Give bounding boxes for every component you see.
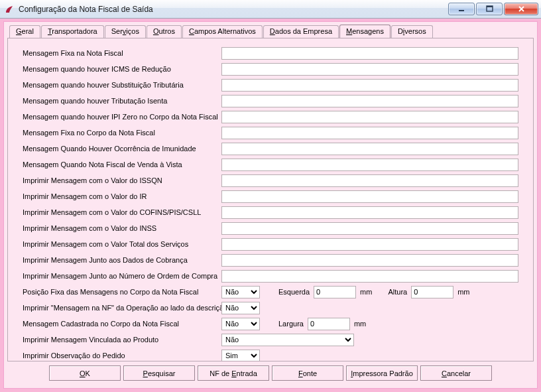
altura-input[interactable] (411, 286, 453, 298)
imprimir-msg-nf-oper-label: Imprimir "Mensagem na NF" da Operação ao… (23, 304, 221, 312)
msg-input-12[interactable] (221, 238, 518, 251)
esquerda-unit: mm (360, 288, 372, 296)
msg-label-3: Mensagem quando houver Tributação Isenta (23, 97, 221, 105)
form-row: Imprimir Mensagem Vinculada ao ProdutoSi… (23, 332, 518, 348)
form-row: Posição Fixa das Mensagens no Corpo da N… (23, 284, 518, 300)
msg-label-4: Mensagem quando houver IPI Zero no Corpo… (23, 113, 221, 121)
fonte-button[interactable]: Fonte (272, 365, 343, 381)
msg-input-14[interactable] (221, 270, 518, 283)
form-row: Mensagem Fixa no Corpo da Nota Fiscal (23, 125, 518, 141)
msg-input-11[interactable] (221, 222, 518, 235)
msg-label-10: Imprimir Mensagem com o Valor do COFINS/… (23, 208, 221, 216)
form-row: Imprimir Observação do PedidoSimNão (23, 348, 518, 361)
form-row: Mensagem quando houver IPI Zero no Corpo… (23, 109, 518, 125)
msg-label-13: Imprimir Mensagem Junto aos Dados de Cob… (23, 256, 221, 264)
svg-rect-2 (487, 6, 493, 7)
msg-label-14: Imprimir Mensagem Junto ao Número de Ord… (23, 272, 221, 280)
largura-input[interactable] (308, 318, 350, 330)
msg-label-5: Mensagem Fixa no Corpo da Nota Fiscal (23, 129, 221, 137)
msg-label-12: Imprimir Mensagem com o Valor Total dos … (23, 240, 221, 248)
imprimir-obs-pedido-label: Imprimir Observação do Pedido (23, 352, 221, 359)
tab-2[interactable]: Serviços (105, 25, 146, 38)
form-row: Imprimir Mensagem Junto aos Dados de Cob… (23, 252, 518, 268)
msg-label-0: Mensagem Fixa na Nota Fiscal (23, 49, 221, 57)
nf-entrada-button[interactable]: NF de Entrada (198, 365, 269, 381)
minimize-button[interactable] (448, 3, 475, 15)
msg-label-7: Mensagem Quando Nota Fiscal de Venda à V… (23, 161, 221, 168)
posicao-fixa-select[interactable]: SimNão (221, 286, 260, 298)
tabs: GeralTransportadoraServiçosOutrosCampos … (9, 25, 434, 38)
window-title: Configuração da Nota Fiscal de Saída (19, 5, 448, 14)
form-row: Imprimir Mensagem com o Valor do INSS (23, 220, 518, 236)
maximize-button[interactable] (476, 3, 503, 15)
form-row: Imprimir Mensagem com o Valor do IR (23, 188, 518, 204)
msg-input-6[interactable] (221, 143, 518, 155)
form-row: Imprimir Mensagem com o Valor do COFINS/… (23, 204, 518, 220)
msg-cadastrada-corpo-select[interactable]: SimNão (221, 318, 260, 330)
pesquisar-button[interactable]: Pesquisar (123, 365, 195, 381)
tab-0[interactable]: Geral (9, 25, 40, 38)
form-row: Imprimir Mensagem com o Valor Total dos … (23, 236, 518, 252)
form-row: Mensagem quando houver Tributação Isenta (23, 93, 518, 109)
msg-label-11: Imprimir Mensagem com o Valor do INSS (23, 224, 221, 232)
form-row: Imprimir "Mensagem na NF" da Operação ao… (23, 300, 518, 316)
client-area: GeralTransportadoraServiçosOutrosCampos … (3, 21, 538, 389)
msg-input-10[interactable] (221, 206, 518, 219)
esquerda-input[interactable] (314, 286, 356, 298)
tab-6[interactable]: Mensagens (339, 25, 391, 38)
form-row: Mensagem quando houver Substituição Trib… (23, 77, 518, 93)
imprimir-obs-pedido-select[interactable]: SimNão (221, 350, 260, 362)
impressora-padrao-button[interactable]: Impressora Padrão (346, 365, 418, 381)
msg-input-1[interactable] (221, 63, 518, 76)
close-button[interactable] (504, 3, 538, 15)
svg-rect-0 (459, 10, 464, 11)
msg-cadastrada-corpo-label: Mensagem Cadastrada no Corpo da Nota Fis… (23, 320, 221, 328)
largura-unit: mm (354, 320, 366, 328)
form-row: Mensagem Quando Houver Ocorrência de Imu… (23, 141, 518, 157)
tab-3[interactable]: Outros (147, 25, 182, 38)
msg-input-7[interactable] (221, 159, 518, 171)
cancelar-button[interactable]: Cancelar (420, 365, 492, 381)
imprimir-msg-nf-oper-select[interactable]: SimNão (221, 302, 260, 314)
msg-input-2[interactable] (221, 79, 518, 92)
app-icon (4, 4, 15, 15)
ok-button[interactable]: OK (49, 365, 121, 381)
msg-label-8: Imprimir Mensagem com o Valor do ISSQN (23, 176, 221, 184)
imprimir-msg-vinc-produto-label: Imprimir Mensagem Vinculada ao Produto (23, 336, 221, 344)
form-row: Imprimir Mensagem com o Valor do ISSQN (23, 172, 518, 188)
tab-7[interactable]: Diversos (391, 25, 433, 38)
msg-input-5[interactable] (221, 127, 518, 139)
button-bar: OK Pesquisar NF de Entrada Fonte Impress… (4, 365, 537, 384)
msg-input-9[interactable] (221, 190, 518, 203)
largura-label: Largura (278, 320, 304, 328)
msg-label-9: Imprimir Mensagem com o Valor do IR (23, 192, 221, 200)
msg-label-1: Mensagem quando houver ICMS de Redução (23, 65, 221, 73)
form-row: Imprimir Mensagem Junto ao Número de Ord… (23, 268, 518, 284)
form-row: Mensagem quando houver ICMS de Redução (23, 61, 518, 77)
msg-input-13[interactable] (221, 254, 518, 267)
tab-panel-mensagens: Mensagem Fixa na Nota FiscalMensagem qua… (7, 38, 534, 361)
imprimir-msg-vinc-produto-select[interactable]: SimNão (221, 334, 354, 346)
window-buttons (448, 3, 538, 15)
msg-label-2: Mensagem quando houver Substituição Trib… (23, 81, 221, 89)
tab-5[interactable]: Dados da Empresa (263, 25, 339, 38)
form-row: Mensagem Fixa na Nota Fiscal (23, 45, 518, 61)
posicao-fixa-label: Posição Fixa das Mensagens no Corpo da N… (23, 288, 221, 296)
altura-unit: mm (457, 288, 469, 296)
esquerda-label: Esquerda (278, 288, 310, 296)
msg-input-3[interactable] (221, 95, 518, 107)
form-row: Mensagem Cadastrada no Corpo da Nota Fis… (23, 316, 518, 332)
form-row: Mensagem Quando Nota Fiscal de Venda à V… (23, 157, 518, 172)
altura-label: Altura (388, 288, 407, 296)
msg-label-6: Mensagem Quando Houver Ocorrência de Imu… (23, 145, 221, 153)
msg-input-0[interactable] (221, 47, 518, 60)
msg-input-4[interactable] (221, 111, 518, 123)
tab-1[interactable]: Transportadora (41, 25, 104, 38)
tab-4[interactable]: Campos Alternativos (182, 25, 263, 38)
msg-input-8[interactable] (221, 174, 518, 187)
window-titlebar: Configuração da Nota Fiscal de Saída (0, 0, 541, 19)
window-frame: GeralTransportadoraServiçosOutrosCampos … (0, 19, 541, 392)
